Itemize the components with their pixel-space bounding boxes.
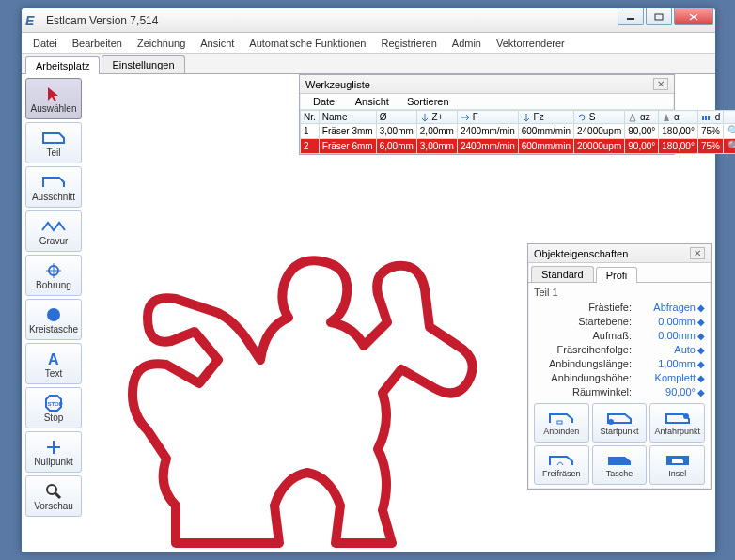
cell[interactable]: Fräser 3mm [319, 124, 376, 139]
col-nr[interactable]: Nr. [301, 111, 320, 124]
maximize-button[interactable] [646, 8, 672, 25]
prop-value[interactable]: Auto [637, 344, 696, 355]
menu-autofunktionen[interactable]: Automatische Funktionen [242, 36, 373, 51]
props-btn-anbinden[interactable]: Anbinden [534, 403, 589, 443]
prop-value[interactable]: 0,00mm [637, 316, 696, 327]
cell[interactable]: 2400mm/min [457, 124, 518, 139]
cell[interactable]: 2 [301, 139, 320, 154]
titlebar: E Estlcam Version 7,514 [22, 8, 715, 33]
prop-value[interactable]: Abfragen [637, 302, 696, 313]
prop-value[interactable]: 0,00mm [637, 330, 696, 341]
tool-gravur[interactable]: Gravur [25, 210, 82, 252]
tool-auswahlen[interactable]: Auswählen [25, 78, 82, 119]
props-btn-anfahrpunkt[interactable]: Anfahrpunkt [649, 403, 705, 443]
object-properties-panel: Objekteigenschaften ✕ Standard Profi Tei… [527, 243, 712, 490]
svg-point-20 [683, 413, 689, 419]
col-z[interactable]: αz [625, 111, 659, 124]
cell[interactable]: 180,00° [659, 139, 698, 154]
tool-list-close-icon[interactable]: ✕ [653, 78, 668, 90]
cell[interactable]: 6,00mm [376, 139, 416, 154]
bohrung-icon [45, 261, 62, 280]
spinner-icon[interactable]: ◆ [697, 331, 705, 341]
col-z[interactable]: Z+ [416, 111, 457, 124]
props-btn-startpunkt[interactable]: Startpunkt [592, 403, 648, 443]
menu-bearbeiten[interactable]: Bearbeiten [65, 36, 130, 51]
minimize-button[interactable] [618, 8, 644, 25]
cell[interactable]: 90,00° [625, 124, 659, 139]
prop-row: Frästiefe:Abfragen◆ [534, 302, 705, 313]
col-[interactable]: Ø [376, 111, 416, 124]
prop-value[interactable]: 90,00° [637, 386, 696, 397]
menu-admin[interactable]: Admin [445, 36, 489, 51]
tab-einstellungen[interactable]: Einstellungen [102, 55, 184, 73]
props-tab-standard[interactable]: Standard [531, 266, 594, 282]
col-fz[interactable]: Fz [518, 111, 573, 124]
spinner-icon[interactable]: ◆ [697, 359, 705, 369]
drawing-outline[interactable] [110, 195, 505, 548]
tool-nullpunkt[interactable]: Nullpunkt [25, 431, 82, 473]
cell[interactable]: 600mm/min [518, 139, 573, 154]
cell[interactable]: 3,00mm [376, 124, 416, 139]
tool-label: Vorschau [34, 501, 73, 511]
cell[interactable]: Fräser 6mm [319, 139, 376, 154]
tool-text[interactable]: AText [25, 343, 82, 384]
toollist-menu-datei[interactable]: Datei [305, 94, 345, 109]
app-icon: E [25, 13, 40, 28]
text-icon: A [45, 350, 62, 368]
menu-ansicht[interactable]: Ansicht [193, 36, 242, 51]
tool-kreistasche[interactable]: Kreistasche [25, 299, 82, 340]
btn-label: Startpunkt [600, 427, 638, 436]
props-btn-freifräsen[interactable]: Freifräsen [534, 445, 589, 485]
col-[interactable]: α [659, 111, 698, 124]
tool-ausschnitt[interactable]: Ausschnitt [25, 166, 82, 208]
col-name[interactable]: Name [319, 111, 376, 124]
tool-teil[interactable]: Teil [25, 122, 82, 163]
tab-arbeitsplatz[interactable]: Arbeitsplatz [25, 56, 100, 74]
menu-vektorrenderer[interactable]: Vektorrenderer [489, 36, 572, 51]
cell[interactable]: 2,00mm [416, 124, 457, 139]
prop-value[interactable]: Komplett [637, 372, 696, 383]
prop-value[interactable]: 1,00mm [637, 358, 696, 369]
cell[interactable]: 24000upm [574, 124, 625, 139]
col-d[interactable]: d [697, 111, 723, 124]
props-object-name: Teil 1 [534, 287, 705, 298]
cell[interactable]: 90,00° [625, 139, 659, 154]
props-btn-insel[interactable]: Insel [649, 445, 705, 485]
tool-bohrung[interactable]: Bohrung [25, 255, 82, 296]
menu-zeichnung[interactable]: Zeichnung [130, 36, 193, 51]
cell[interactable]: 2400mm/min [457, 139, 518, 154]
magnify-icon[interactable]: 🔍 [727, 140, 735, 151]
cell[interactable]: 75% [697, 124, 723, 139]
cell[interactable]: 20000upm [574, 139, 625, 154]
toollist-menu-sortieren[interactable]: Sortieren [399, 94, 457, 109]
cell[interactable]: 600mm/min [518, 124, 573, 139]
toollist-menu-ansicht[interactable]: Ansicht [348, 94, 397, 109]
svg-rect-18 [557, 421, 562, 424]
cell[interactable]: 3,00mm [416, 139, 457, 154]
tool-vorschau[interactable]: Vorschau [25, 475, 82, 517]
cell[interactable]: 180,00° [659, 124, 698, 139]
cell[interactable]: 75% [697, 139, 723, 154]
tool-stop[interactable]: STOPStop [25, 387, 82, 428]
tool-label: Stop [44, 412, 64, 423]
spinner-icon[interactable]: ◆ [697, 387, 705, 397]
spinner-icon[interactable]: ◆ [697, 303, 705, 313]
magnify-icon[interactable]: 🔍 [727, 125, 735, 136]
props-tab-profi[interactable]: Profi [596, 267, 638, 283]
menu-datei[interactable]: Datei [25, 36, 65, 51]
freifräsen-icon [548, 452, 574, 469]
tool-row[interactable]: 2Fräser 6mm6,00mm3,00mm2400mm/min600mm/m… [301, 139, 736, 154]
spinner-icon[interactable]: ◆ [697, 373, 705, 383]
close-button[interactable] [674, 8, 713, 25]
col-s[interactable]: S [574, 111, 625, 124]
prop-label: Aufmaß: [534, 330, 637, 341]
menu-registrieren[interactable]: Registrieren [374, 36, 445, 51]
insel-icon [665, 452, 691, 469]
tool-row[interactable]: 1Fräser 3mm3,00mm2,00mm2400mm/min600mm/m… [301, 124, 736, 139]
props-btn-tasche[interactable]: Tasche [592, 445, 648, 485]
col-f[interactable]: F [457, 111, 518, 124]
cell[interactable]: 1 [301, 124, 320, 139]
spinner-icon[interactable]: ◆ [697, 317, 705, 327]
spinner-icon[interactable]: ◆ [697, 345, 705, 355]
props-close-icon[interactable]: ✕ [690, 247, 705, 259]
